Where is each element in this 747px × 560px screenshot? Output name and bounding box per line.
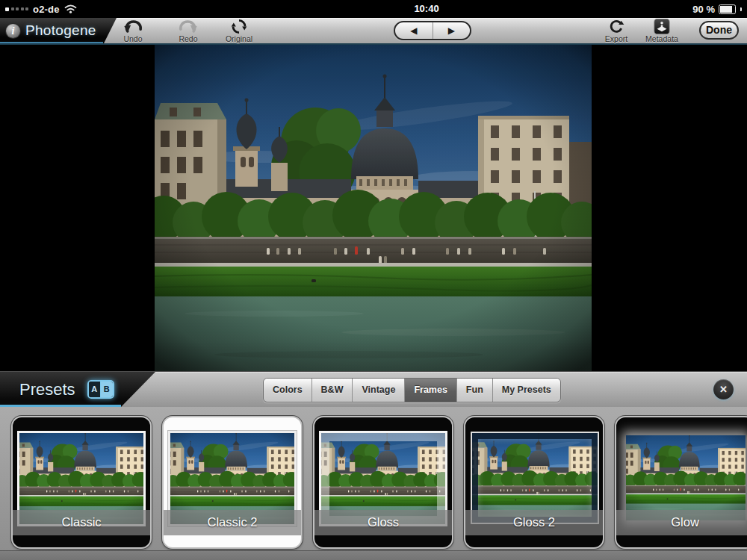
preset-cards: Classic Classic 2 Gloss [11, 416, 747, 549]
preset-label: Gloss [314, 510, 452, 535]
ab-compare-toggle[interactable]: A B [87, 380, 114, 399]
metadata-info-icon [654, 19, 670, 34]
redo-label: Redo [168, 34, 208, 43]
toolbar: i Photogene Undo Redo [0, 18, 747, 45]
presets-title-tab: Presets A B [0, 372, 155, 407]
photogene-app-screen: o2-de 10:40 90 % i Photogene Undo [0, 0, 747, 560]
presets-header: Presets A B Colors B&W Vintage Frames Fu… [0, 371, 747, 407]
ab-compare-b: B [101, 382, 113, 397]
tab-vintage[interactable]: Vintage [353, 379, 405, 402]
original-cycle-icon [230, 19, 248, 34]
info-icon: i [6, 24, 20, 38]
photo-canvas [0, 45, 747, 371]
tab-my-presets[interactable]: My Presets [493, 379, 560, 402]
carrier-label: o2-de [33, 4, 60, 15]
preset-label: Gloss 2 [465, 510, 603, 535]
undo-label: Undo [113, 34, 153, 43]
close-panel-button[interactable]: ✕ [713, 379, 734, 399]
edited-photo[interactable] [155, 45, 592, 371]
preset-card-gloss-2[interactable]: Gloss 2 [464, 416, 604, 549]
app-title: Photogene [25, 22, 96, 39]
ab-compare-a: A [89, 382, 102, 397]
undo-button[interactable]: Undo [113, 19, 153, 43]
battery-icon [719, 4, 736, 14]
signal-strength-icon [5, 7, 28, 11]
preset-thumbnails-row: Classic Classic 2 Gloss [0, 407, 747, 550]
export-icon [607, 19, 626, 34]
undo-arrow-icon [122, 19, 144, 34]
metadata-label: Metadata [642, 34, 682, 43]
status-right: 90 % [692, 0, 742, 18]
preset-card-gloss[interactable]: Gloss [313, 416, 453, 549]
status-left: o2-de [5, 0, 77, 18]
preset-category-tabs: Colors B&W Vintage Frames Fun My Presets [263, 378, 561, 402]
redo-arrow-icon [177, 19, 199, 34]
logo-underline [0, 42, 103, 43]
redo-button[interactable]: Redo [168, 19, 208, 43]
preset-label: Classic 2 [164, 510, 301, 535]
battery-percent: 90 % [692, 4, 715, 15]
tab-colors[interactable]: Colors [264, 379, 312, 402]
preset-label: Classic [13, 510, 150, 535]
panel-title: Presets [19, 380, 75, 399]
tab-bw[interactable]: B&W [312, 379, 353, 402]
tab-fun[interactable]: Fun [457, 379, 493, 402]
clock: 10:40 [397, 0, 456, 18]
status-bar: o2-de 10:40 90 % [0, 0, 747, 18]
export-label: Export [596, 34, 636, 43]
presets-panel: Presets A B Colors B&W Vintage Frames Fu… [0, 371, 747, 560]
photo-pager: ◀ ▶ [394, 21, 471, 40]
tab-frames[interactable]: Frames [405, 379, 456, 402]
preset-card-glow[interactable]: Glow [615, 416, 747, 549]
next-photo-button[interactable]: ▶ [433, 22, 471, 39]
original-label: Original [219, 34, 259, 43]
preset-card-classic-2[interactable]: Classic 2 [162, 416, 303, 549]
export-button[interactable]: Export [596, 19, 636, 43]
metadata-button[interactable]: Metadata [642, 19, 682, 43]
panel-bottom-strip [0, 550, 747, 560]
previous-photo-button[interactable]: ◀ [395, 22, 433, 39]
preset-card-classic[interactable]: Classic [11, 416, 152, 549]
preset-thumbnail-photo [626, 435, 746, 520]
original-button[interactable]: Original [219, 19, 259, 43]
wifi-icon [64, 4, 77, 13]
app-logo: i Photogene [0, 18, 117, 43]
done-button[interactable]: Done [699, 21, 739, 40]
preset-label: Glow [616, 510, 747, 535]
